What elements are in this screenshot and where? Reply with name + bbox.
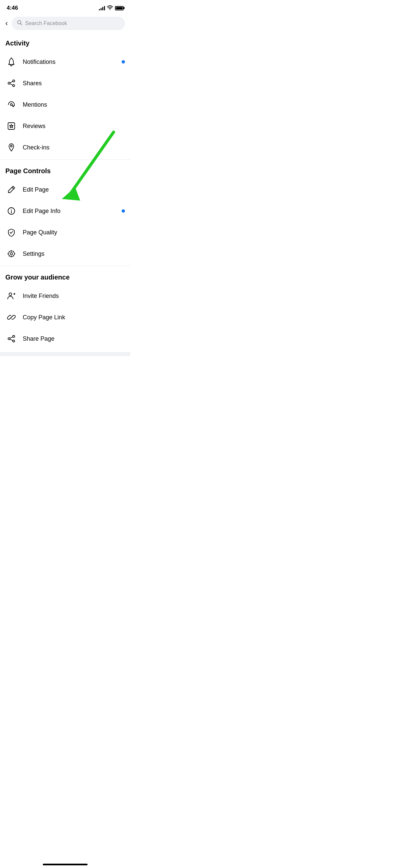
- svg-point-22: [13, 340, 15, 342]
- mention-icon: [5, 99, 18, 111]
- divider-2: [0, 266, 130, 266]
- back-button[interactable]: ‹: [5, 19, 8, 28]
- svg-point-10: [11, 146, 12, 147]
- shield-icon: [5, 226, 18, 239]
- menu-item-invite-friends[interactable]: Invite Friends: [0, 285, 130, 307]
- menu-item-notifications[interactable]: Notifications: [0, 51, 130, 72]
- content-area: Activity Notifications: [0, 33, 130, 390]
- bell-icon: [5, 56, 18, 68]
- svg-point-0: [110, 9, 110, 10]
- section-header-grow: Grow your audience: [0, 268, 130, 285]
- svg-point-4: [8, 82, 10, 84]
- search-bar[interactable]: Search Facebook: [12, 17, 125, 30]
- section-header-activity: Activity: [0, 33, 130, 51]
- svg-point-21: [8, 338, 10, 340]
- menu-item-mentions[interactable]: Mentions: [0, 94, 130, 115]
- signal-icon: [99, 6, 105, 10]
- status-time: 4:46: [7, 5, 18, 11]
- menu-label-invite-friends: Invite Friends: [23, 292, 125, 300]
- menu-item-settings[interactable]: Settings: [0, 243, 130, 265]
- link-icon: [5, 311, 18, 323]
- share-icon: [5, 77, 18, 89]
- menu-label-shares: Shares: [23, 80, 125, 87]
- review-icon: [5, 120, 18, 132]
- menu-label-reviews: Reviews: [23, 123, 125, 130]
- person-add-icon: [5, 290, 18, 302]
- gear-icon: [5, 248, 18, 260]
- search-bar-container: ‹ Search Facebook: [0, 14, 130, 33]
- menu-item-edit-page[interactable]: Edit Page: [0, 179, 130, 200]
- status-bar: 4:46: [0, 0, 130, 14]
- menu-item-edit-page-info[interactable]: Edit Page Info: [0, 200, 130, 222]
- menu-label-checkins: Check-ins: [23, 144, 125, 151]
- svg-point-3: [13, 80, 15, 82]
- share-page-icon: [5, 333, 18, 345]
- menu-label-settings: Settings: [23, 250, 125, 257]
- bottom-separator: [0, 352, 130, 356]
- menu-item-page-quality[interactable]: Page Quality: [0, 222, 130, 243]
- search-icon: [17, 20, 22, 27]
- svg-point-5: [13, 85, 15, 87]
- battery-icon: [115, 6, 124, 10]
- menu-item-shares[interactable]: Shares: [0, 72, 130, 94]
- svg-line-23: [10, 337, 13, 338]
- search-placeholder: Search Facebook: [25, 21, 67, 26]
- svg-rect-8: [8, 123, 15, 129]
- menu-label-share-page: Share Page: [23, 335, 125, 342]
- wifi-icon: [107, 5, 113, 11]
- notification-dot: [122, 60, 125, 64]
- menu-item-reviews[interactable]: Reviews: [0, 115, 130, 137]
- svg-line-6: [10, 82, 13, 83]
- info-circle-icon: [5, 205, 18, 217]
- svg-line-11: [12, 187, 14, 189]
- menu-label-copy-page-link: Copy Page Link: [23, 314, 125, 321]
- menu-item-share-page[interactable]: Share Page: [0, 328, 130, 349]
- menu-label-notifications: Notifications: [23, 59, 116, 65]
- svg-line-24: [10, 339, 13, 341]
- menu-label-edit-page-info: Edit Page Info: [23, 208, 116, 215]
- menu-item-copy-page-link[interactable]: Copy Page Link: [0, 307, 130, 328]
- checkin-icon: [5, 142, 18, 153]
- pencil-icon: [5, 184, 18, 195]
- section-header-page-controls: Page Controls: [0, 161, 130, 179]
- svg-point-20: [13, 335, 15, 337]
- menu-label-edit-page: Edit Page: [23, 186, 125, 193]
- svg-line-7: [10, 84, 13, 85]
- menu-item-checkins[interactable]: Check-ins: [0, 137, 130, 158]
- menu-label-page-quality: Page Quality: [23, 229, 125, 236]
- menu-label-mentions: Mentions: [23, 101, 125, 108]
- svg-point-15: [10, 253, 13, 255]
- status-icons: [99, 5, 124, 11]
- svg-marker-9: [10, 124, 13, 128]
- page-wrapper: 4:46 ‹: [0, 0, 130, 390]
- divider-1: [0, 159, 130, 160]
- svg-line-19: [10, 316, 13, 319]
- svg-point-16: [9, 293, 12, 296]
- edit-page-info-dot: [122, 209, 125, 213]
- svg-point-14: [11, 209, 12, 210]
